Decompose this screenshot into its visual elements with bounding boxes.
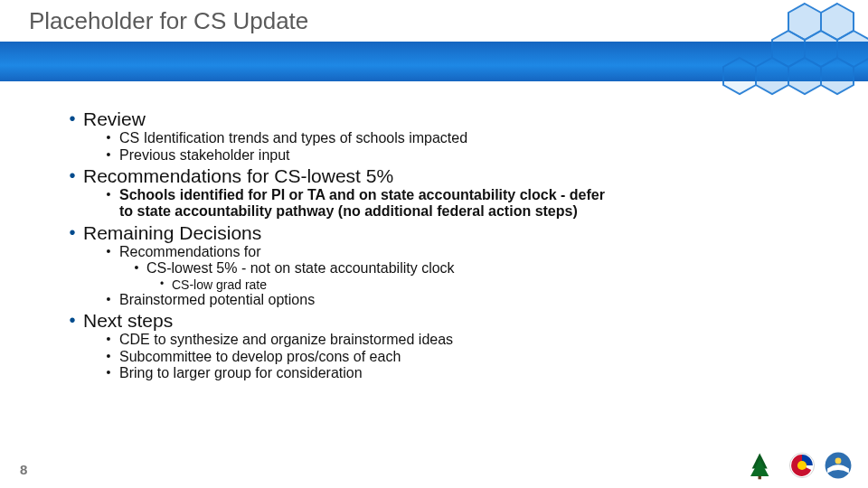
bullet-icon: •: [98, 147, 119, 164]
bullet-remaining: • Remaining Decisions: [61, 222, 832, 244]
bullet-review: • Review: [61, 108, 832, 130]
bullet-text: Bring to larger group for consideration: [119, 365, 363, 381]
bullet-icon: •: [127, 260, 146, 277]
sub-bullet: • Recommendations for: [98, 244, 832, 260]
page-number: 8: [20, 462, 27, 477]
slide-content: • Review • CS Identification trends and …: [61, 107, 832, 382]
svg-marker-7: [821, 58, 854, 94]
bullet-icon: •: [61, 108, 83, 130]
colorado-c-logo-icon: [787, 450, 817, 481]
sub-bullet: • Previous stakeholder input: [98, 147, 832, 164]
bullet-icon: •: [98, 292, 119, 308]
bullet-text: Remaining Decisions: [83, 222, 261, 244]
cde-seal-icon: [823, 450, 854, 481]
bullet-text: Recommendations for: [119, 244, 261, 260]
bullet-recommendations: • Recommendations for CS-lowest 5%: [61, 165, 832, 187]
slide-title: Placeholder for CS Update: [29, 7, 308, 35]
sub-bullet: • Bring to larger group for consideratio…: [98, 365, 832, 381]
bullet-text: CDE to synthesize and organize brainstor…: [119, 332, 453, 348]
bullet-text: Previous stakeholder input: [119, 147, 290, 164]
sub-bullet: • Brainstormed potential options: [98, 292, 832, 308]
bullet-text: Brainstormed potential options: [119, 292, 315, 308]
sub-sub-bullet-small: • CS-low grad rate: [152, 277, 832, 292]
bullet-text: Subcommittee to develop pros/cons of eac…: [119, 349, 401, 365]
bullet-icon: •: [98, 130, 119, 146]
bullet-icon: •: [152, 277, 172, 292]
bullet-icon: •: [98, 332, 119, 348]
sub-bullet: • CDE to synthesize and organize brainst…: [98, 332, 832, 348]
bullet-text: Review: [83, 108, 146, 130]
svg-marker-6: [788, 58, 821, 94]
bullet-text: CS Identification trends and types of sc…: [119, 130, 467, 146]
bullet-text: Recommendations for CS-lowest 5%: [83, 165, 393, 187]
bullet-text: Schools identified for PI or TA and on s…: [119, 187, 608, 221]
bullet-icon: •: [61, 222, 83, 244]
sub-bullet: • Schools identified for PI or TA and on…: [98, 187, 832, 221]
footer-logos: [750, 450, 854, 481]
bullet-icon: •: [61, 165, 83, 187]
svg-marker-5: [756, 58, 788, 94]
bullet-icon: •: [98, 349, 119, 365]
bullet-text: CS-lowest 5% - not on state accountabili…: [146, 260, 455, 277]
bullet-text: Next steps: [83, 310, 173, 332]
bullet-next-steps: • Next steps: [61, 310, 832, 332]
bullet-icon: •: [98, 365, 119, 381]
svg-rect-11: [759, 476, 761, 479]
hexagon-pattern: [561, 0, 868, 108]
tree-logo-icon: [750, 450, 781, 481]
sub-sub-bullet: • CS-lowest 5% - not on state accountabi…: [127, 260, 832, 277]
sub-bullet: • CS Identification trends and types of …: [98, 130, 832, 146]
bullet-icon: •: [98, 187, 119, 221]
svg-marker-8: [723, 58, 756, 94]
bullet-text: CS-low grad rate: [172, 277, 267, 292]
svg-point-13: [797, 461, 807, 470]
svg-point-15: [835, 458, 842, 465]
bullet-icon: •: [98, 244, 119, 260]
sub-bullet: • Subcommittee to develop pros/cons of e…: [98, 349, 832, 365]
bullet-icon: •: [61, 310, 83, 332]
